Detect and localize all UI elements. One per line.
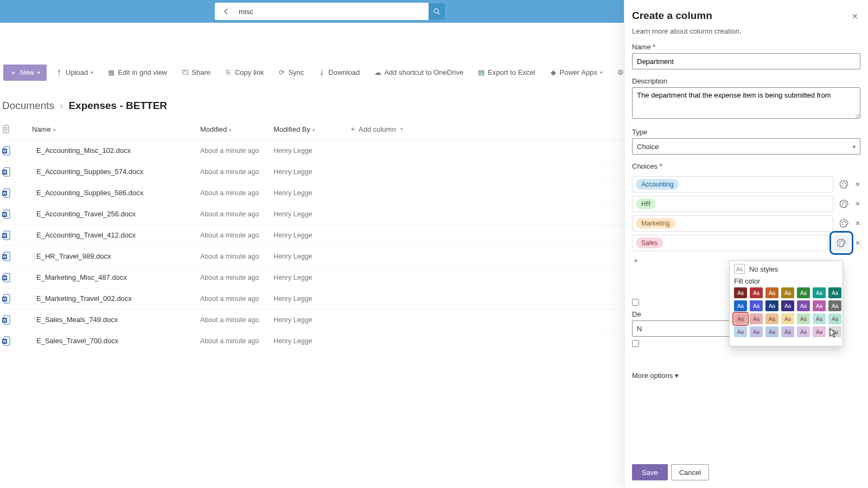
edit-grid-button[interactable]: ▦Edit in grid view	[102, 65, 173, 81]
remove-choice-button[interactable]: ✕	[855, 220, 860, 227]
palette-button[interactable]	[839, 179, 850, 190]
file-name[interactable]: ⋮E_Marketing_Travel_002.docx	[32, 294, 200, 303]
column-modified[interactable]: Modified▾	[200, 125, 273, 133]
chevron-down-icon: ▾	[675, 371, 679, 380]
color-swatch[interactable]: Aa	[797, 287, 810, 298]
close-button[interactable]: ✕	[850, 10, 860, 23]
remove-choice-button[interactable]: ✕	[855, 200, 860, 208]
svg-text:W: W	[3, 213, 7, 216]
export-excel-button[interactable]: ▤Export to Excel	[472, 65, 540, 81]
add-shortcut-button[interactable]: ☁Add shortcut to OneDrive	[368, 65, 469, 81]
file-name[interactable]: ⋮E_Accounting_Misc_102.docx	[32, 146, 200, 155]
color-swatch[interactable]: Aa	[734, 300, 747, 311]
more-options-button[interactable]: More options▾	[632, 371, 679, 380]
color-swatch[interactable]: Aa	[813, 326, 826, 337]
color-swatch[interactable]: Aa	[797, 313, 810, 324]
color-swatch[interactable]: Aa	[813, 313, 826, 324]
color-swatch[interactable]: Aa	[813, 300, 826, 311]
file-name[interactable]: ⋮E_HR_Travel_989.docx	[32, 252, 200, 260]
file-modified: About a minute ago	[200, 210, 273, 218]
description-label: Description	[632, 77, 860, 85]
color-swatch[interactable]: Aa	[765, 326, 778, 337]
file-name[interactable]: ⋮E_Accounting_Supplies_574.docx	[32, 168, 200, 176]
panel-subtitle[interactable]: Learn more about column creation.	[632, 27, 860, 35]
file-modified: About a minute ago	[200, 189, 273, 197]
color-swatch[interactable]: Aa	[781, 300, 794, 311]
remove-choice-button[interactable]: ✕	[855, 239, 860, 247]
checkbox[interactable]	[632, 299, 639, 306]
onedrive-icon: ☁	[374, 69, 381, 76]
column-icon[interactable]	[2, 125, 32, 133]
column-name[interactable]: Name▾	[32, 125, 200, 133]
download-button[interactable]: ⭳Download	[312, 65, 365, 81]
word-icon: W	[2, 294, 32, 304]
color-swatch[interactable]: Aa	[813, 287, 826, 298]
color-swatch[interactable]: Aa	[781, 326, 794, 337]
choice-input[interactable]: HR	[632, 196, 833, 212]
color-swatch[interactable]: Aa	[750, 300, 763, 311]
upload-button[interactable]: ⭱Upload▾	[50, 65, 99, 81]
color-swatch[interactable]: Aa	[828, 287, 841, 298]
color-swatch[interactable]: Aa	[828, 313, 841, 324]
color-swatch[interactable]: Aa	[765, 313, 778, 324]
file-modified-by: Henry Legge	[273, 147, 349, 155]
color-swatch[interactable]: Aa	[797, 326, 810, 337]
palette-button[interactable]	[833, 235, 850, 251]
color-swatch[interactable]: Aa	[765, 300, 778, 311]
choice-input[interactable]: Sales	[632, 235, 828, 251]
checkbox[interactable]	[632, 340, 639, 347]
search-back-icon[interactable]	[218, 3, 234, 20]
file-modified: About a minute ago	[200, 253, 273, 260]
choice-input[interactable]: Accounting	[632, 176, 833, 192]
share-button[interactable]: ⮹Share	[176, 65, 216, 81]
new-button[interactable]: ＋ New ▾	[3, 65, 47, 81]
color-swatch[interactable]: Aa	[828, 300, 841, 311]
file-name[interactable]: ⋮E_Sales_Meals_749.docx	[32, 316, 200, 324]
column-modified-by[interactable]: Modified By▾	[273, 125, 349, 133]
file-name[interactable]: ⋮E_Accounting_Travel_412.docx	[32, 231, 200, 239]
color-swatch[interactable]: Aa	[734, 287, 747, 298]
color-swatch[interactable]: Aa	[750, 326, 763, 337]
grid-icon: ▦	[107, 69, 115, 76]
powerapps-icon: ◆	[550, 69, 557, 76]
copy-link-button[interactable]: ⎘Copy link	[219, 65, 269, 81]
file-modified-by: Henry Legge	[273, 210, 349, 218]
sync-button[interactable]: ⟳Sync	[272, 65, 309, 81]
file-name[interactable]: ⋮E_Accounting_Travel_256.docx	[32, 210, 200, 218]
color-swatch[interactable]: Aa	[797, 300, 810, 311]
palette-button[interactable]	[839, 218, 850, 229]
cancel-button[interactable]: Cancel	[671, 464, 709, 480]
file-name[interactable]: ⋮E_Marketing_Misc_487.docx	[32, 273, 200, 281]
power-apps-button[interactable]: ◆Power Apps▾	[544, 65, 608, 81]
breadcrumb-parent[interactable]: Documents	[2, 100, 54, 112]
add-column-button[interactable]: ＋Add column▾	[349, 124, 403, 134]
no-style-swatch[interactable]: Aa	[734, 264, 745, 274]
file-name[interactable]: ⋮E_Accounting_Supplies_586.docx	[32, 189, 200, 197]
type-select[interactable]: Choice ▾	[632, 138, 860, 155]
name-input[interactable]	[632, 53, 860, 69]
color-swatch[interactable]: Aa	[765, 287, 778, 298]
save-button[interactable]: Save	[632, 464, 668, 480]
description-input[interactable]	[632, 87, 860, 119]
svg-text:W: W	[3, 234, 7, 237]
file-name[interactable]: ⋮E_Sales_Travel_700.docx	[32, 337, 200, 345]
choice-row: HR✕	[632, 194, 860, 214]
new-label: New	[20, 68, 34, 76]
palette-button[interactable]	[839, 198, 850, 209]
svg-point-46	[845, 222, 846, 223]
color-swatch[interactable]: Aa	[750, 287, 763, 298]
search-button[interactable]	[429, 3, 445, 20]
chevron-right-icon: ›	[60, 100, 63, 112]
color-swatch[interactable]: Aa	[734, 313, 747, 324]
choice-pill: Accounting	[636, 179, 679, 190]
excel-icon: ▤	[477, 69, 485, 76]
color-swatch[interactable]: Aa	[781, 313, 794, 324]
remove-choice-button[interactable]: ✕	[855, 181, 860, 188]
color-swatch[interactable]: Aa	[750, 313, 763, 324]
file-modified-by: Henry Legge	[273, 253, 349, 260]
color-swatch[interactable]: Aa	[781, 287, 794, 298]
choice-row: Marketing✕	[632, 214, 860, 233]
choice-input[interactable]: Marketing	[632, 215, 833, 232]
color-swatch[interactable]: Aa	[734, 326, 747, 337]
search-input[interactable]	[233, 3, 429, 20]
